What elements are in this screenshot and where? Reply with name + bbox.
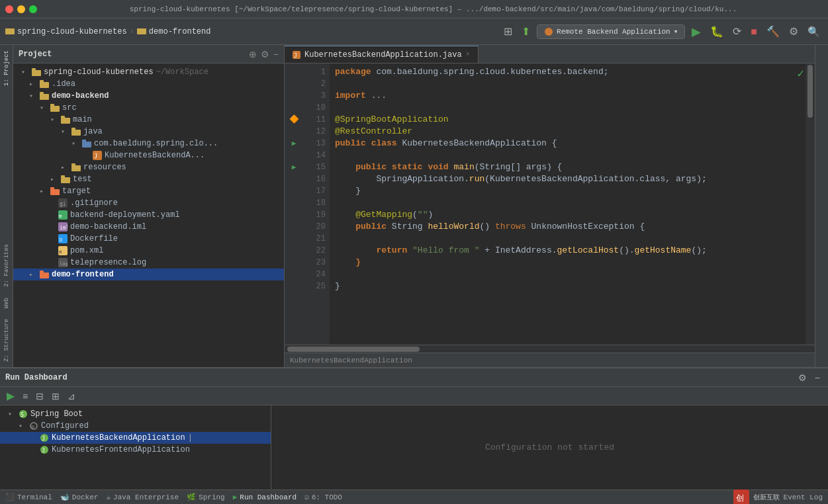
tree-item-test[interactable]: ▸ test <box>13 173 284 185</box>
event-log[interactable]: Event Log <box>784 493 823 501</box>
run-tree-label: KubernetesBackendApplication <box>52 433 185 442</box>
breadcrumb-module[interactable]: demo-frontend <box>149 27 211 36</box>
layout-icon-btn[interactable]: ⊞ <box>501 24 515 39</box>
filter-btn[interactable]: ⊟ <box>33 390 46 403</box>
java-ent-icon: ☕ <box>106 493 111 501</box>
minimize-panel-btn[interactable]: − <box>273 49 279 60</box>
maximize-button[interactable] <box>29 5 37 13</box>
run-dashboard-status[interactable]: ▶ Run Dashboard <box>233 493 297 501</box>
tree-arrow: ▸ <box>29 271 37 278</box>
configured-icon: ⚙ <box>29 421 38 431</box>
folder-icon <box>40 80 49 88</box>
run-tree-springboot[interactable]: ▾ S Spring Boot <box>0 408 271 420</box>
svg-rect-21 <box>71 165 81 171</box>
close-button[interactable] <box>5 5 13 13</box>
tree-item-gitignore[interactable]: gi .gitignore <box>13 197 284 209</box>
sidebar-item-web[interactable]: Web <box>1 292 12 314</box>
svg-rect-14 <box>61 116 65 118</box>
code-line-21 <box>335 233 800 245</box>
svg-rect-24 <box>61 175 65 178</box>
search-button[interactable]: 🔍 <box>805 24 823 39</box>
breadcrumb-project[interactable]: spring-cloud-kubernetes <box>17 27 127 36</box>
play-button[interactable]: ▶ <box>689 23 704 40</box>
tree-label: telepresence.log <box>70 258 146 267</box>
docker-status[interactable]: 🐋 Docker <box>60 493 99 501</box>
svg-rect-10 <box>40 92 44 95</box>
tree-item-resources[interactable]: ▸ resources <box>13 161 284 173</box>
run-btn[interactable]: ▶ <box>4 388 17 403</box>
tree-item-pom[interactable]: m pom.xml <box>13 245 284 257</box>
tree-item-demo-backend[interactable]: ▾ demo-backend <box>13 90 284 102</box>
svg-text:D: D <box>60 237 62 243</box>
run-config-selector[interactable]: Remote Backend Application ▾ <box>537 24 685 39</box>
spring-status[interactable]: 🌿 Spring <box>187 493 225 501</box>
hammer-button[interactable]: ⚙ <box>786 24 801 39</box>
tree-item-iml[interactable]: iml demo-backend.iml <box>13 221 284 233</box>
bottom-toolbar: ▶ ≡ ⊟ ⊞ ⊿ <box>0 387 828 405</box>
tree-item-yaml[interactable]: ⊞ backend-deployment.yaml <box>13 209 284 221</box>
folder-blue-icon <box>82 140 91 147</box>
layout-btn[interactable]: ⊞ <box>49 390 62 403</box>
tab-close-icon[interactable]: × <box>466 51 470 58</box>
svg-rect-17 <box>82 142 91 147</box>
java-enterprise-status[interactable]: ☕ Java Enterprise <box>106 493 179 501</box>
tree-item-target[interactable]: ▸ target <box>13 185 284 197</box>
code-line-16: SpringApplication.run(KubernetesBackendA… <box>335 173 800 185</box>
settings-icon-btn[interactable]: ⚙ <box>796 371 809 384</box>
tree-item-package[interactable]: ▾ com.baeldung.spring.clo... <box>13 138 284 149</box>
build-button[interactable]: 🔨 <box>764 24 782 39</box>
bottom-content: ▾ S Spring Boot ▾ ⚙ Configured J Kuberne… <box>0 405 828 489</box>
filter2-btn[interactable]: ⊿ <box>65 390 78 403</box>
folder-open-icon <box>50 104 60 112</box>
svg-text:J: J <box>42 448 45 454</box>
left-side-tabs: 1: Project 2: Favorites Web Z: Structure <box>0 45 13 367</box>
tree-item-java[interactable]: ▾ java <box>13 126 284 138</box>
project-panel: Project ⊕ ⚙ − ▾ spring-cloud-kubernetes … <box>13 45 285 367</box>
tree-item-dockerfile[interactable]: D Dockerfile <box>13 233 284 245</box>
tree-arrow: ▾ <box>50 116 58 124</box>
run-coverage-button[interactable]: ⟳ <box>730 24 744 39</box>
minimize-bottom-btn[interactable]: − <box>812 371 823 384</box>
svg-rect-15 <box>71 130 81 136</box>
terminal-status[interactable]: ⬛ Terminal <box>5 493 52 501</box>
minimize-button[interactable] <box>17 5 25 13</box>
vcs-icon-btn[interactable]: ⬆ <box>519 24 533 39</box>
run-output: Configuration not started <box>271 405 828 489</box>
code-line-12: @RestController <box>335 126 800 138</box>
project-panel-header: Project ⊕ ⚙ − <box>13 45 284 63</box>
sidebar-item-favorites[interactable]: 2: Favorites <box>1 239 12 292</box>
editor-content[interactable]: 🔶 ▶ ▶ <box>285 63 805 345</box>
company-name: 创新互联 <box>753 493 780 502</box>
svg-rect-6 <box>32 68 36 71</box>
spring-icon: 🌿 <box>187 493 196 501</box>
todo-icon: ☑ <box>304 493 309 501</box>
editor-tab-backend[interactable]: J KubernetesBackendApplication.java × <box>285 46 479 63</box>
run-tree-frontend-app[interactable]: J KubernetesFrontendApplication <box>0 444 271 456</box>
tree-item-src[interactable]: ▾ src <box>13 102 284 114</box>
h-scroll-thumb[interactable] <box>287 347 420 352</box>
svg-text:J: J <box>94 153 97 159</box>
list-btn[interactable]: ≡ <box>20 390 30 403</box>
tree-item-log[interactable]: log telepresence.log <box>13 257 284 269</box>
horizontal-scrollbar[interactable] <box>285 345 815 353</box>
code-editor[interactable]: package com.baeldung.spring.cloud.kubern… <box>330 63 805 345</box>
settings-btn[interactable]: ⚙ <box>261 49 269 60</box>
tree-item-main[interactable]: ▾ main <box>13 114 284 126</box>
tree-item-idea[interactable]: ▸ .idea <box>13 78 284 90</box>
sidebar-item-structure[interactable]: Z: Structure <box>1 314 12 367</box>
debug-button[interactable]: 🐛 <box>708 24 726 39</box>
sidebar-item-project[interactable]: 1: Project <box>1 45 12 91</box>
scrollbar-thumb[interactable] <box>807 65 813 118</box>
stop-button[interactable]: ■ <box>748 24 760 39</box>
tree-item-backend-class[interactable]: J KubernetesBackendA... <box>13 149 284 161</box>
svg-rect-16 <box>71 128 75 130</box>
tree-item-root[interactable]: ▾ spring-cloud-kubernetes ~/WorkSpace <box>13 66 284 78</box>
tree-item-demo-frontend[interactable]: ▸ demo-frontend <box>13 269 284 280</box>
editor-wrapper: 🔶 ▶ ▶ <box>285 63 815 345</box>
run-tree-backend-app[interactable]: J KubernetesBackendApplication | <box>0 432 271 444</box>
tree-arrow: ▾ <box>19 422 26 430</box>
editor-scrollbar[interactable] <box>805 63 815 345</box>
add-scope-btn[interactable]: ⊕ <box>249 49 257 60</box>
todo-status[interactable]: ☑ 6: TODO <box>304 493 342 501</box>
run-tree-configured[interactable]: ▾ ⚙ Configured <box>0 420 271 432</box>
